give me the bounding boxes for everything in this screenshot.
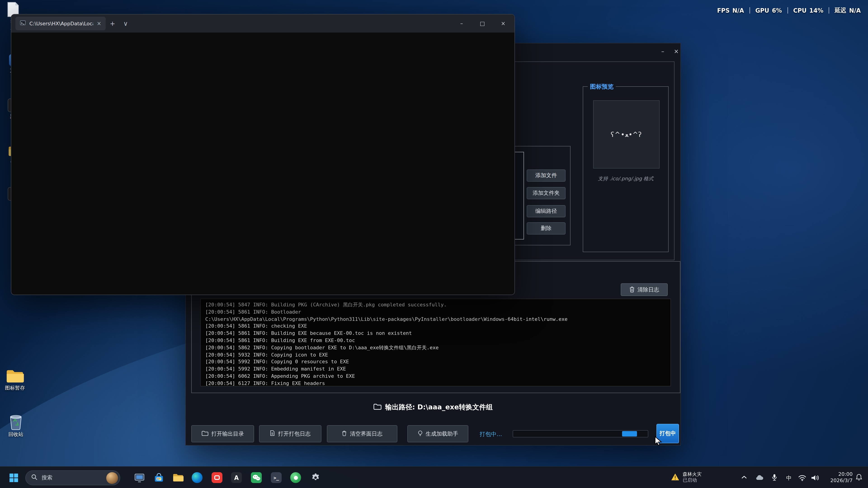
desktop-icon-recycle-bin[interactable]: 回收站 bbox=[4, 413, 28, 437]
packing-status-text: 打包中... bbox=[480, 431, 511, 438]
tray-notifications[interactable] bbox=[855, 474, 863, 481]
app-close-button[interactable]: × bbox=[670, 46, 683, 56]
clear-log-button[interactable]: 清除日志 bbox=[621, 283, 668, 296]
open-pack-log-button[interactable]: 打开打包日志 bbox=[259, 425, 321, 442]
tray-cloud[interactable] bbox=[755, 475, 764, 480]
delete-button[interactable]: 删除 bbox=[527, 222, 565, 234]
log-line: [20:00:54] 5861 INFO: Building EXE from … bbox=[205, 337, 666, 344]
file-explorer-icon bbox=[173, 473, 184, 482]
performance-overlay: FPSN/A GPU6% CPU14% 延迟N/A bbox=[717, 6, 861, 14]
tray-microphone[interactable] bbox=[771, 474, 778, 481]
cpu-label: CPU bbox=[793, 7, 807, 14]
log-line: C:\Users\HX\AppData\Local\Programs\Pytho… bbox=[205, 316, 666, 323]
terminal-tab-bar[interactable]: C:\Users\HX\AppData\Local\P × + ∨ – □ × bbox=[11, 14, 515, 33]
icon-preview-box: ʕ^•ﻌ•^ʔ bbox=[593, 100, 659, 168]
alert-title: 森林火灾 bbox=[683, 471, 702, 477]
microphone-icon bbox=[771, 474, 778, 481]
gen-load-helper-button[interactable]: 生成加载助手 bbox=[407, 425, 468, 442]
taskbar-app-settings[interactable] bbox=[308, 470, 323, 485]
ime-indicator[interactable]: 中 bbox=[785, 474, 793, 482]
add-folder-button[interactable]: 添加文件夹 bbox=[527, 187, 565, 199]
search-box[interactable]: 搜索 bbox=[25, 470, 120, 485]
store-icon bbox=[153, 473, 164, 483]
start-button[interactable] bbox=[6, 470, 21, 485]
latency-label: 延迟 bbox=[835, 6, 846, 14]
tab-dropdown-icon[interactable]: ∨ bbox=[119, 20, 132, 27]
clear-log-label: 清除日志 bbox=[638, 286, 659, 293]
taskbar-app-dark-a[interactable]: A bbox=[229, 470, 244, 485]
log-line: [20:00:54] 5862 INFO: Copying bootloader… bbox=[205, 344, 666, 352]
taskbar-app-store[interactable] bbox=[151, 470, 166, 485]
taskbar-app-red[interactable] bbox=[209, 470, 225, 485]
tray-wifi[interactable] bbox=[798, 475, 807, 481]
taskbar: 搜索 A >_ bbox=[0, 466, 868, 488]
terminal-minimize-button[interactable]: – bbox=[451, 14, 472, 33]
terminal-maximize-button[interactable]: □ bbox=[472, 14, 493, 33]
edit-path-button[interactable]: 编辑路径 bbox=[527, 205, 565, 217]
tray-date: 2026/3/7 bbox=[826, 477, 852, 484]
taskbar-app-monitor[interactable] bbox=[131, 470, 147, 485]
log-line: [20:00:54] 5861 INFO: checking EXE bbox=[205, 323, 666, 330]
warning-icon bbox=[671, 473, 680, 481]
clear-ui-log-label: 清空界面日志 bbox=[350, 430, 382, 437]
tray-warning[interactable] bbox=[671, 473, 680, 481]
open-output-dir-label: 打开输出目录 bbox=[211, 430, 244, 437]
taskbar-app-wechat[interactable] bbox=[249, 470, 264, 485]
alert-status: 已启动 bbox=[683, 477, 702, 483]
gpu-label: GPU bbox=[755, 7, 769, 14]
output-path-text: 输出路径: D:\aaa_exe转换文件组 bbox=[385, 403, 493, 412]
add-file-button[interactable]: 添加文件 bbox=[527, 169, 565, 182]
monitor-icon bbox=[134, 473, 145, 482]
icon-preview-title: 图标预览 bbox=[588, 83, 616, 91]
terminal-content[interactable] bbox=[11, 33, 515, 295]
desktop-icon-icon-cache-folder[interactable]: 图标暂存 bbox=[3, 369, 27, 391]
taskbar-app-edge[interactable] bbox=[189, 470, 205, 485]
tray-show-hidden-icons[interactable] bbox=[741, 475, 747, 479]
log-line: [20:00:54] 5932 INFO: Copying icon to EX… bbox=[205, 351, 666, 359]
log-line: [20:00:54] 5992 INFO: Copying 0 resource… bbox=[205, 359, 666, 366]
build-log-output[interactable]: [20:00:54] 5847 INFO: Building PKG (CArc… bbox=[200, 299, 671, 386]
folder-icon bbox=[373, 403, 381, 412]
search-placeholder: 搜索 bbox=[41, 474, 102, 482]
log-line: [20:00:54] 5992 INFO: Embedding manifest… bbox=[205, 365, 666, 373]
clear-ui-log-button[interactable]: 清空界面日志 bbox=[327, 425, 397, 442]
fps-value: N/A bbox=[733, 7, 744, 14]
windows-logo-icon bbox=[9, 473, 18, 482]
terminal-tab[interactable]: C:\Users\HX\AppData\Local\P × bbox=[16, 17, 106, 30]
log-line: [20:00:54] 5847 INFO: Building PKG (CArc… bbox=[205, 301, 666, 308]
icon-format-hint: 支持 .ico/.png/.jpg 格式 bbox=[583, 175, 668, 182]
document-icon bbox=[270, 430, 275, 437]
separator bbox=[829, 7, 829, 13]
open-output-dir-button[interactable]: 打开输出目录 bbox=[191, 425, 254, 442]
taskbar-app-green[interactable] bbox=[288, 470, 303, 485]
green-app-icon bbox=[290, 472, 301, 483]
folder-open-icon bbox=[202, 430, 208, 437]
search-highlight-avatar bbox=[106, 472, 118, 484]
taskbar-app-file-explorer[interactable] bbox=[170, 470, 186, 485]
chevron-up-icon bbox=[741, 475, 747, 479]
tab-close-icon[interactable]: × bbox=[97, 20, 101, 27]
separator bbox=[787, 7, 788, 13]
tray-volume[interactable] bbox=[811, 475, 819, 481]
bell-icon bbox=[855, 474, 863, 481]
wechat-icon bbox=[251, 472, 262, 483]
powershell-icon: >_ bbox=[271, 472, 282, 483]
icon-preview-group: 图标预览 ʕ^•ﻌ•^ʔ 支持 .ico/.png/.jpg 格式 bbox=[583, 86, 669, 252]
packing-progress-bar bbox=[513, 430, 648, 437]
trash-icon bbox=[629, 286, 635, 293]
log-line: [20:00:54] 6062 INFO: Appending PKG arch… bbox=[205, 373, 666, 380]
cmd-icon bbox=[20, 20, 26, 27]
progress-chunk bbox=[622, 431, 637, 436]
tray-clock[interactable]: 20:00 2026/3/7 bbox=[826, 471, 852, 484]
speaker-icon bbox=[811, 475, 819, 481]
separator bbox=[749, 7, 750, 13]
tray-alert-text[interactable]: 森林火灾 已启动 bbox=[683, 471, 702, 483]
gear-icon bbox=[311, 473, 320, 483]
open-pack-log-label: 打开打包日志 bbox=[278, 430, 311, 437]
terminal-window: C:\Users\HX\AppData\Local\P × + ∨ – □ × bbox=[11, 14, 515, 295]
taskbar-app-terminal[interactable]: >_ bbox=[269, 470, 284, 485]
new-tab-button[interactable]: + bbox=[106, 20, 119, 27]
app-minimize-button[interactable]: – bbox=[656, 46, 670, 56]
gen-load-helper-label: 生成加载助手 bbox=[426, 430, 458, 437]
terminal-close-button[interactable]: × bbox=[493, 14, 514, 33]
